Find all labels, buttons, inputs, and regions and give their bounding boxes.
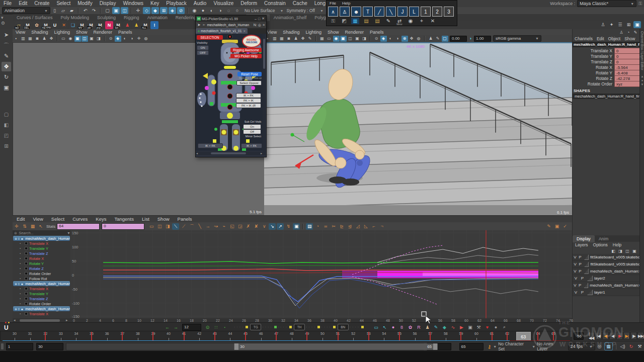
- picker-canvas[interactable]: SELECTION Visibility ON OFF RIGGING AWES…: [196, 34, 263, 151]
- animbot-slot-tg[interactable]: TG: [250, 324, 261, 330]
- graph-menu-view[interactable]: View: [29, 216, 47, 222]
- status-icon-23[interactable]: ○: [233, 7, 241, 14]
- layer-playback-toggle[interactable]: P: [578, 255, 583, 259]
- layer-color-swatch[interactable]: [584, 268, 589, 274]
- shelf-item-9[interactable]: Mjmp: [96, 21, 104, 29]
- select-opposite-button[interactable]: Select Opposi: [236, 80, 262, 85]
- graph-tool-icon-26[interactable]: ◿: [354, 223, 361, 230]
- picker-titlebar[interactable]: H MG-PickerStudio v1.99 – □ ✕: [196, 16, 266, 22]
- menu-visualize[interactable]: Visualize: [210, 0, 237, 7]
- range-slider-active[interactable]: 30 65: [234, 343, 438, 350]
- vp-right-icon-22[interactable]: ◍: [416, 36, 422, 42]
- shelf-item-7[interactable]: MMV: [78, 21, 86, 29]
- menu-windows[interactable]: Windows: [119, 0, 147, 7]
- animbot-icon-13[interactable]: ♥: [484, 324, 491, 331]
- animbot-key-dot2[interactable]: [274, 326, 277, 328]
- graph-right-icon-1[interactable]: ▣: [553, 223, 560, 230]
- sub-ctrl-on-button[interactable]: On: [243, 124, 261, 129]
- layout-button-3[interactable]: ⊞: [2, 141, 11, 151]
- layer-color-swatch[interactable]: [584, 261, 589, 267]
- layer-head-icon-3[interactable]: ▣: [631, 248, 638, 254]
- status-icon-13[interactable]: ◆: [151, 7, 159, 14]
- range-grip[interactable]: [1, 343, 4, 349]
- transport-button-1[interactable]: |◀: [595, 332, 602, 340]
- panel-menu-right-lighting[interactable]: Lighting: [302, 29, 325, 35]
- float-tool-icon-8[interactable]: +: [418, 18, 426, 24]
- sidebar-toggle-2[interactable]: ☰: [616, 21, 624, 28]
- outliner-channel-row[interactable]: ▪Rotate Order: [13, 301, 70, 306]
- graph-right-icon-2[interactable]: ✓: [561, 223, 569, 230]
- viewport-right-canvas[interactable]: 4K x 1080 6.1 fps: [264, 42, 572, 216]
- animbot-grid-icon[interactable]: ∷: [212, 324, 220, 331]
- status-icon-1[interactable]: ▱: [59, 7, 67, 14]
- shelf-item-13[interactable]: ♟: [132, 21, 140, 29]
- vp-right-icon-2[interactable]: ▦: [279, 36, 285, 42]
- vp-right-icon-8[interactable]: ▦: [319, 36, 326, 42]
- vp-right-icon-18[interactable]: ◐: [387, 36, 394, 42]
- outliner-channel-row[interactable]: ▪Translate Z: [13, 251, 70, 256]
- graph-tool-icon-16[interactable]: ↗: [277, 223, 284, 230]
- right-edge-tabs[interactable]: Channel Box / Layer Editor ▲●▼: [639, 29, 644, 322]
- layer-row[interactable]: VP mechaMech_dash_Human:GEO_LA: [573, 268, 640, 275]
- vp-right-icon-3[interactable]: ◙: [286, 36, 292, 42]
- graph-tool-icon-27[interactable]: ◺: [362, 223, 369, 230]
- layer-color-swatch[interactable]: [584, 283, 589, 288]
- vp-left-icon-16[interactable]: ◐: [122, 36, 128, 42]
- float-tool-icon-2[interactable]: ▦: [351, 18, 359, 24]
- graph-tool-icon-6[interactable]: ╲: [196, 223, 203, 230]
- vp-right-icon-13[interactable]: ▣: [354, 36, 361, 42]
- floating-tool-window[interactable]: FileHelp ∧♙☻T╱╲JL123 ⚿◩▦▤▤✎⇄Mirror◉+✕: [326, 0, 457, 26]
- graph-menu-tangents[interactable]: Tangents: [110, 216, 138, 222]
- transport-button-7[interactable]: ▶▶|: [637, 332, 644, 340]
- picker-select-button-1[interactable]: ♙: [340, 7, 350, 17]
- layer-visible-toggle[interactable]: V: [573, 276, 579, 281]
- channel-menu-object[interactable]: Object: [606, 36, 623, 42]
- transport-button-0[interactable]: |◀◀: [588, 332, 595, 340]
- graph-tool-icon-25[interactable]: ⊴: [346, 223, 353, 230]
- vp-right-icon-12[interactable]: ◫: [347, 36, 354, 42]
- animbot-icon-1[interactable]: ↖: [381, 324, 388, 331]
- graph-left-icon-2[interactable]: ▦: [29, 223, 36, 230]
- graph-tool-icon-0[interactable]: ▭: [148, 223, 155, 230]
- animbot-key-dot[interactable]: [289, 326, 292, 328]
- tool-0[interactable]: ➤: [2, 30, 11, 40]
- transport-button-6[interactable]: |▶: [630, 332, 637, 340]
- graph-menu-keys[interactable]: Keys: [92, 216, 110, 222]
- graph-tool-icon-8[interactable]: ↝: [212, 223, 219, 230]
- channel-value[interactable]: xyz: [614, 81, 640, 87]
- channel-menu-edit[interactable]: Edit: [595, 36, 606, 42]
- menu-constrain[interactable]: Constrain: [261, 0, 289, 7]
- ik-fk-left-button[interactable]: IK < FK: [198, 143, 223, 148]
- tool-1[interactable]: ⌒: [2, 41, 11, 50]
- animbot-icon-9[interactable]: ∿: [449, 324, 457, 331]
- float-tool-icon-4[interactable]: ▤: [373, 18, 381, 24]
- shelf-item-15[interactable]: !: [150, 21, 158, 29]
- animbot-icon-11[interactable]: ▣: [466, 324, 474, 331]
- outliner-channel-row[interactable]: ▪Follow Rot: [13, 276, 70, 281]
- layer-row[interactable]: VP layer2: [573, 275, 640, 282]
- animbot-icon-2[interactable]: ●: [389, 324, 397, 331]
- graph-menu-list[interactable]: List: [138, 216, 153, 222]
- cb-top-icon-1[interactable]: ◔: [625, 30, 632, 36]
- graph-tool-icon-12[interactable]: ✗: [245, 223, 252, 230]
- graph-menu-edit[interactable]: Edit: [13, 216, 29, 222]
- graph-tool-icon-24[interactable]: ⊵: [338, 223, 345, 230]
- layer-name[interactable]: layer1: [594, 290, 605, 295]
- character-set-select[interactable]: No Character Set: [498, 341, 530, 351]
- tool-3[interactable]: ✥: [2, 62, 11, 71]
- animbot-icon-0[interactable]: ▭: [372, 324, 380, 331]
- gamma-icon[interactable]: ◑: [467, 36, 474, 42]
- animbot-logo[interactable]: U: [4, 323, 12, 332]
- scroll-right-arrow[interactable]: ▸: [66, 318, 68, 322]
- picker-hscrollbar[interactable]: ◂ ▸: [196, 151, 263, 155]
- menu-playback[interactable]: Playback: [163, 0, 190, 7]
- animbot-prev-icon[interactable]: ←: [164, 324, 171, 331]
- float-tool-icon-3[interactable]: ▤: [362, 18, 370, 24]
- vp-left-icon-17[interactable]: ◑: [129, 36, 135, 42]
- graph-left-icon-1[interactable]: ⇅: [21, 223, 28, 230]
- layer-name[interactable]: layer2: [594, 276, 605, 281]
- gamma-field[interactable]: 1.00: [474, 36, 491, 42]
- outliner-channel-row[interactable]: ▪Translate X: [13, 286, 70, 291]
- maximize-button[interactable]: □: [258, 17, 260, 21]
- menu-set-select[interactable]: Animation▼: [2, 7, 50, 14]
